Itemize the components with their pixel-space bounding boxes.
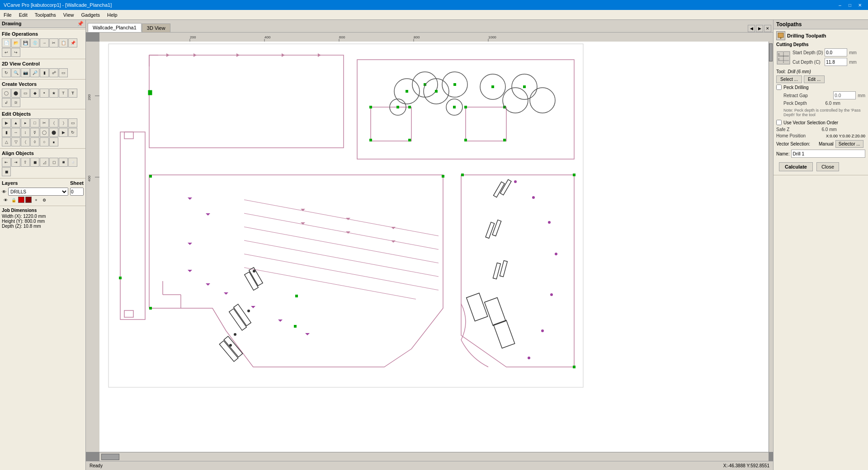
view-btn-6[interactable]: ☍ [49, 68, 58, 77]
open-btn[interactable]: 📂 [11, 38, 20, 47]
cv-btn-2[interactable]: ⬤ [11, 89, 20, 98]
eo-btn-19[interactable]: 〈 [21, 137, 30, 146]
eo-btn-10[interactable]: ↔ [11, 128, 20, 137]
start-depth-input[interactable] [825, 48, 847, 56]
layer-color-swatch[interactable] [18, 197, 24, 203]
ao-btn-5[interactable]: ◿ [40, 158, 49, 167]
hscroll-thumb[interactable] [101, 454, 119, 460]
ao-btn-3[interactable]: ⇧ [21, 158, 30, 167]
view-btn-3[interactable]: 📷 [21, 68, 30, 77]
layer-select[interactable]: DRILLS [8, 188, 68, 196]
eo-btn-6[interactable]: 〈 [49, 118, 58, 127]
cv-btn-8[interactable]: T [68, 89, 77, 98]
layer-add-icon[interactable]: + [33, 197, 40, 204]
paste-btn[interactable]: 📌 [68, 38, 77, 47]
eo-btn-13[interactable]: ◯ [40, 128, 49, 137]
ao-btn-4[interactable]: ◼ [30, 158, 39, 167]
cv-btn-7[interactable]: T [59, 89, 68, 98]
eo-btn-3[interactable]: ▸ [21, 118, 30, 127]
eo-btn-16[interactable]: ↻ [68, 128, 77, 137]
eo-btn-22[interactable]: ∎ [49, 137, 58, 146]
eo-btn-5[interactable]: ✂ [40, 118, 49, 127]
cv-btn-10[interactable]: ⛭ [11, 98, 20, 107]
eo-btn-9[interactable]: ▮ [2, 128, 11, 137]
tab-3d[interactable]: 3D View [142, 24, 170, 32]
menu-gadgets[interactable]: Gadgets [77, 11, 104, 19]
eo-btn-11[interactable]: ↕ [21, 128, 30, 137]
selector-button[interactable]: Selector ... [835, 140, 863, 148]
maximize-button[interactable]: □ [845, 1, 854, 9]
eo-btn-15[interactable]: ▶ [59, 128, 68, 137]
copy-btn[interactable]: 📋 [59, 38, 68, 47]
design-canvas[interactable] [99, 42, 769, 452]
menu-help[interactable]: Help [104, 11, 121, 19]
eo-btn-8[interactable]: ▭ [68, 118, 77, 127]
view-btn-1[interactable]: ↻ [2, 68, 11, 77]
ao-btn-8[interactable]: ◽ [68, 158, 77, 167]
cv-btn-4[interactable]: ◆ [30, 89, 39, 98]
new-btn[interactable]: 📄 [2, 38, 11, 47]
save-as-btn[interactable]: 💿 [30, 38, 39, 47]
ao-btn-1[interactable]: ⇤ [2, 158, 11, 167]
panel-pin[interactable]: 📌 [77, 21, 84, 27]
layer-number[interactable] [70, 188, 84, 196]
close-toolpath-button[interactable]: Close [816, 162, 839, 171]
minimize-button[interactable]: – [835, 1, 844, 9]
cv-btn-1[interactable]: ◯ [2, 89, 11, 98]
eo-btn-2[interactable]: ▲ [11, 118, 20, 127]
cut-depth-input[interactable] [825, 58, 847, 66]
tab-forward-btn[interactable]: ▶ [756, 25, 763, 32]
view-btn-2[interactable]: 🔍 [11, 68, 20, 77]
ao-btn-7[interactable]: ◾ [59, 158, 68, 167]
tab-back-btn[interactable]: ◀ [748, 25, 755, 32]
ao-btn-9[interactable]: ◼ [2, 167, 11, 176]
eo-btn-18[interactable]: ▽ [11, 137, 20, 146]
menu-toolpaths[interactable]: Toolpaths [31, 11, 60, 19]
view-btn-5[interactable]: ▮ [40, 68, 49, 77]
tab-wallcade[interactable]: Wallcade_Plancha1 [88, 23, 142, 32]
calculate-button[interactable]: Calculate [779, 162, 813, 171]
view-btn-7[interactable]: ▭ [59, 68, 68, 77]
eo-btn-21[interactable]: ○ [40, 137, 49, 146]
vector-order-checkbox[interactable] [776, 120, 782, 125]
edit-tool-button[interactable]: Edit ... [804, 75, 825, 83]
name-input[interactable] [791, 150, 865, 158]
menu-file[interactable]: File [0, 11, 15, 19]
tab-close-btn[interactable]: ✕ [764, 25, 771, 32]
eo-btn-12[interactable]: ☿ [30, 128, 39, 137]
retract-gap-input[interactable] [833, 91, 856, 99]
eo-btn-1[interactable]: ▶ [2, 118, 11, 127]
vertical-scrollbar[interactable] [769, 42, 773, 452]
menu-view[interactable]: View [60, 11, 78, 19]
vscroll-thumb[interactable] [769, 43, 773, 61]
undo-btn[interactable]: ↩ [2, 48, 11, 57]
layer-visibility-icon[interactable]: 👁 [2, 189, 6, 194]
select-tool-button[interactable]: Select ... [776, 75, 802, 83]
cv-btn-9[interactable]: ↲ [2, 98, 11, 107]
view-btn-4[interactable]: 🔎 [30, 68, 39, 77]
eo-btn-17[interactable]: △ [2, 137, 11, 146]
layer-lock-icon[interactable]: 🔒 [10, 197, 17, 204]
eo-btn-20[interactable]: ◊ [30, 137, 39, 146]
menu-edit[interactable]: Edit [15, 11, 31, 19]
peck-drilling-checkbox[interactable] [776, 85, 782, 90]
canvas-container[interactable]: 200 400 600 800 1000 200 [86, 33, 773, 461]
cv-btn-3[interactable]: ▭ [21, 89, 30, 98]
eo-btn-4[interactable]: □ [30, 118, 39, 127]
canvas-work[interactable] [99, 42, 769, 452]
ao-btn-6[interactable]: ◻ [49, 158, 58, 167]
layer-eye-icon[interactable]: 👁 [2, 197, 9, 204]
ao-btn-2[interactable]: ⇥ [11, 158, 20, 167]
cv-btn-5[interactable]: ⚬ [40, 89, 49, 98]
eo-btn-14[interactable]: ⬤ [49, 128, 58, 137]
layer-color-dark-swatch[interactable] [25, 197, 32, 203]
save-btn[interactable]: 💾 [21, 38, 30, 47]
horizontal-scrollbar[interactable] [99, 452, 769, 461]
cv-btn-6[interactable]: ★ [49, 89, 58, 98]
import-btn[interactable]: → [40, 38, 49, 47]
redo-btn[interactable]: ↪ [11, 48, 20, 57]
eo-btn-7[interactable]: 〉 [59, 118, 68, 127]
close-button[interactable]: ✕ [855, 1, 864, 9]
layer-settings-icon[interactable]: ⚙ [41, 197, 48, 204]
cut-btn[interactable]: ✂ [49, 38, 58, 47]
